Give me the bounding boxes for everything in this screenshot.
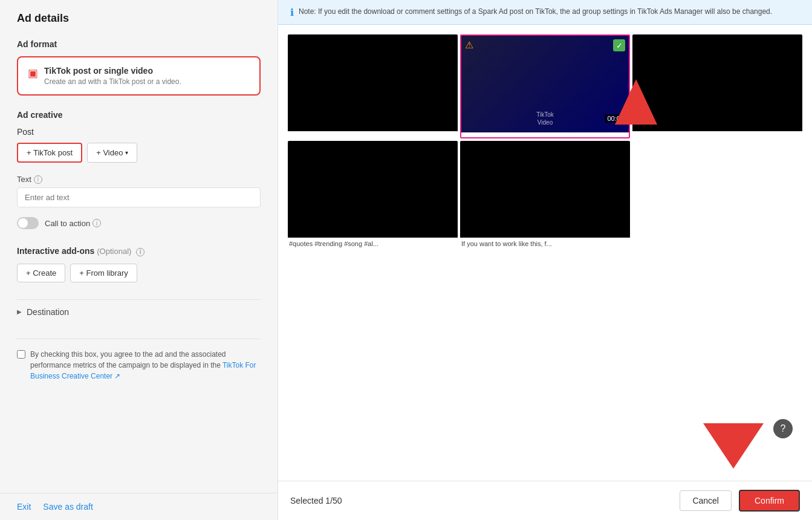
external-link-icon: ↗ — [114, 372, 120, 380]
notice-bar: ℹ Note: If you edit the download or comm… — [278, 0, 812, 25]
format-card-title: TikTok post or single video — [44, 66, 181, 76]
from-library-button[interactable]: + From library — [70, 264, 137, 282]
bottom-bar: Exit Save as draft — [0, 493, 278, 520]
right-bottom-actions: Cancel Confirm — [680, 490, 800, 512]
help-button[interactable]: ? — [773, 419, 793, 438]
post-buttons: + TikTok post + Video ▾ — [17, 143, 261, 163]
video-thumbnail — [632, 34, 802, 131]
addon-buttons: + Create + From library — [17, 264, 261, 282]
ad-format-card[interactable]: ▣ TikTok post or single video Create an … — [17, 56, 261, 96]
addons-info-icon[interactable]: i — [136, 248, 145, 256]
notice-icon: ℹ — [290, 7, 294, 18]
arrow-down-indicator — [703, 423, 764, 469]
video-button-label: + Video — [96, 148, 123, 157]
destination-row[interactable]: ▶ Destination — [17, 299, 261, 324]
post-label: Post — [17, 127, 261, 137]
agreement-text: By checking this box, you agree to the a… — [30, 349, 261, 382]
video-caption: If you want to work like this, f... — [460, 238, 630, 250]
save-draft-button[interactable]: Save as draft — [43, 502, 93, 512]
agreement-checkbox[interactable] — [17, 350, 25, 359]
video-caption — [632, 131, 802, 136]
right-panel: ℹ Note: If you edit the download or comm… — [278, 0, 812, 520]
exit-button[interactable]: Exit — [17, 502, 31, 512]
cancel-button[interactable]: Cancel — [680, 490, 732, 511]
tiktok-post-button[interactable]: + TikTok post — [17, 143, 82, 163]
video-caption — [288, 131, 458, 136]
video-duration: 00:08 — [605, 114, 626, 123]
optional-tag: (Optional) — [97, 247, 131, 256]
agreement-section: By checking this box, you agree to the a… — [17, 339, 261, 391]
notice-text: Note: If you edit the download or commen… — [299, 6, 772, 17]
video-thumbnail: TikTokVideo — [461, 36, 629, 132]
format-card-desc: Create an ad with a TikTok post or a vid… — [44, 77, 181, 86]
interactive-addons-label: Interactive add-ons (Optional) i — [17, 246, 261, 256]
left-panel: Ad details Ad format ▣ TikTok post or si… — [0, 0, 278, 520]
ad-creative-label: Ad creative — [17, 110, 261, 120]
cta-toggle[interactable] — [17, 217, 39, 229]
selected-count: Selected 1/50 — [290, 496, 342, 505]
warning-icon: ⚠ — [465, 39, 473, 51]
ad-text-input[interactable] — [17, 187, 261, 207]
text-field-label: Text i — [17, 175, 261, 184]
text-field-row: Text i — [17, 175, 261, 207]
list-item[interactable]: TikTokVideo ⚠ ✓ 00:08 — [460, 34, 630, 138]
cta-info-icon[interactable]: i — [93, 219, 101, 227]
video-thumbnail — [460, 141, 630, 238]
video-button[interactable]: + Video ▾ — [87, 143, 137, 163]
list-item[interactable]: If you want to work like this, f... — [460, 141, 630, 250]
video-caption — [461, 132, 629, 137]
create-addon-button[interactable]: + Create — [17, 264, 65, 282]
panel-title: Ad details — [17, 12, 261, 25]
cta-label: Call to action i — [45, 219, 101, 228]
video-thumbnail — [288, 34, 458, 131]
destination-label: Destination — [27, 307, 69, 317]
video-grid-wrapper: TikTokVideo ⚠ ✓ 00:08 #quotes #trending … — [278, 25, 812, 481]
check-icon: ✓ — [613, 39, 625, 51]
list-item[interactable]: #quotes #trending #song #al... — [288, 141, 458, 250]
ad-format-label: Ad format — [17, 39, 261, 49]
chevron-down-icon: ▾ — [125, 149, 128, 156]
format-card-icon: ▣ — [28, 67, 38, 80]
destination-chevron-icon: ▶ — [17, 308, 22, 315]
list-item[interactable] — [632, 34, 802, 138]
text-info-icon[interactable]: i — [34, 175, 42, 184]
video-caption: #quotes #trending #song #al... — [288, 238, 458, 250]
video-grid: TikTokVideo ⚠ ✓ 00:08 #quotes #trending … — [278, 25, 812, 259]
video-thumbnail — [288, 141, 458, 238]
right-bottom-bar: Selected 1/50 Cancel Confirm — [278, 481, 812, 520]
list-item[interactable] — [288, 34, 458, 138]
cta-row: Call to action i — [17, 217, 261, 229]
confirm-button[interactable]: Confirm — [739, 490, 800, 512]
